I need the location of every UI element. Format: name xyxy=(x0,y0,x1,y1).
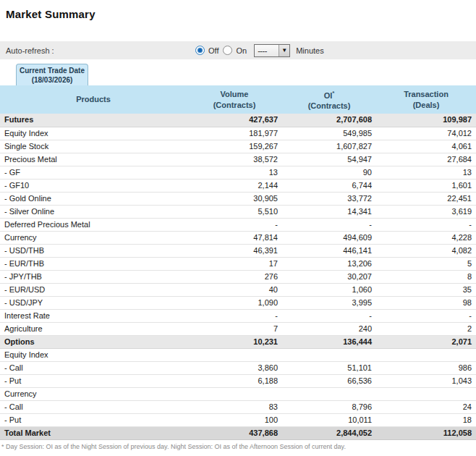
volume-cell: 100 xyxy=(187,413,282,426)
tab-current-trade-date[interactable]: Current Trade Date (18/03/2026) xyxy=(16,64,88,85)
auto-refresh-off-option[interactable]: Off xyxy=(195,46,218,55)
oi-cell: 549,985 xyxy=(282,127,376,140)
product-cell: - EUR/THB xyxy=(0,257,187,270)
oi-cell: 10,011 xyxy=(282,413,376,426)
oi-cell: - xyxy=(282,309,376,322)
volume-cell: - xyxy=(187,309,282,322)
chevron-down-icon: ▼ xyxy=(279,45,289,56)
table-row: Equity Index 181,977 549,985 74,012 xyxy=(0,127,476,140)
transaction-cell: 98 xyxy=(376,296,476,309)
table-row: Currency xyxy=(0,387,476,400)
market-summary-table: Products Volume (Contracts) OI* (Contrac… xyxy=(0,85,476,440)
table-row: - Put 100 10,011 18 xyxy=(0,413,476,426)
oi-cell: 66,536 xyxy=(282,374,376,387)
product-cell: Futures xyxy=(0,114,187,127)
volume-cell: 276 xyxy=(187,270,282,283)
oi-cell: 494,609 xyxy=(282,231,376,244)
table-row: - USD/JPY 1,090 3,995 98 xyxy=(0,296,476,309)
table-row: Equity Index xyxy=(0,348,476,361)
product-cell: Currency xyxy=(0,231,187,244)
product-cell: - Silver Online xyxy=(0,205,187,218)
transaction-cell: 4,228 xyxy=(376,231,476,244)
product-cell: - Put xyxy=(0,413,187,426)
column-header-volume: Volume (Contracts) xyxy=(187,85,282,114)
table-row: Single Stock 159,267 1,607,827 4,061 xyxy=(0,140,476,153)
volume-cell: 1,090 xyxy=(187,296,282,309)
transaction-cell: - xyxy=(376,218,476,231)
product-cell: - Put xyxy=(0,374,187,387)
transaction-cell: 4,082 xyxy=(376,244,476,257)
tab-label-line1: Current Trade Date xyxy=(17,66,88,75)
oi-cell xyxy=(282,387,376,400)
transaction-cell xyxy=(376,348,476,361)
transaction-cell: - xyxy=(376,309,476,322)
transaction-cell: 1,601 xyxy=(376,179,476,192)
product-cell: - Gold Online xyxy=(0,192,187,205)
table-row: - GF10 2,144 6,744 1,601 xyxy=(0,179,476,192)
radio-off-icon[interactable] xyxy=(195,46,205,55)
product-cell: Interest Rate xyxy=(0,309,187,322)
product-cell: Options xyxy=(0,335,187,348)
oi-cell: 54,947 xyxy=(282,153,376,166)
oi-cell: 3,995 xyxy=(282,296,376,309)
transaction-cell: 18 xyxy=(376,413,476,426)
volume-cell: 2,144 xyxy=(187,179,282,192)
product-cell: - USD/JPY xyxy=(0,296,187,309)
table-row: Agriculture 7 240 2 xyxy=(0,322,476,335)
volume-cell: 13 xyxy=(187,166,282,179)
table-row: - EUR/THB 17 13,206 5 xyxy=(0,257,476,270)
oi-cell: 8,796 xyxy=(282,400,376,413)
oi-cell: 1,607,827 xyxy=(282,140,376,153)
column-header-oi: OI* (Contracts) xyxy=(282,85,376,114)
oi-cell: 33,772 xyxy=(282,192,376,205)
product-cell: Precious Metal xyxy=(0,153,187,166)
oi-cell: 2,707,608 xyxy=(282,114,376,127)
transaction-cell: 13 xyxy=(376,166,476,179)
transaction-cell: 3,619 xyxy=(376,205,476,218)
table-row: - Gold Online 30,905 33,772 22,451 xyxy=(0,192,476,205)
minutes-select[interactable]: ---- ▼ xyxy=(254,44,290,57)
radio-off-label: Off xyxy=(208,46,218,55)
oi-cell: 51,101 xyxy=(282,361,376,374)
volume-cell xyxy=(187,348,282,361)
column-header-transaction: Transaction (Deals) xyxy=(376,85,476,114)
auto-refresh-on-option[interactable]: On xyxy=(223,46,247,55)
product-cell: - GF10 xyxy=(0,179,187,192)
radio-on-icon[interactable] xyxy=(223,46,232,55)
transaction-cell: 35 xyxy=(376,283,476,296)
table-row: Total Market 437,868 2,844,052 112,058 xyxy=(0,426,476,439)
volume-cell: 40 xyxy=(187,283,282,296)
oi-cell: 30,207 xyxy=(282,270,376,283)
volume-cell: 427,637 xyxy=(187,114,282,127)
product-cell: - USD/THB xyxy=(0,244,187,257)
product-cell: Total Market xyxy=(0,426,187,439)
transaction-cell: 24 xyxy=(376,400,476,413)
table-row: Currency 47,814 494,609 4,228 xyxy=(0,231,476,244)
table-row: Deferred Precious Metal - - - xyxy=(0,218,476,231)
product-cell: Equity Index xyxy=(0,348,187,361)
volume-cell: 181,977 xyxy=(187,127,282,140)
transaction-cell: 1,043 xyxy=(376,374,476,387)
volume-cell: 17 xyxy=(187,257,282,270)
table-row: - GF 13 90 13 xyxy=(0,166,476,179)
oi-cell: 446,141 xyxy=(282,244,376,257)
column-header-products: Products xyxy=(0,85,187,114)
table-row: - Put 6,188 66,536 1,043 xyxy=(0,374,476,387)
radio-on-label: On xyxy=(236,46,247,55)
volume-cell: 437,868 xyxy=(187,426,282,439)
transaction-cell xyxy=(376,387,476,400)
product-cell: - EUR/USD xyxy=(0,283,187,296)
page-title: Market Summary xyxy=(6,8,476,20)
volume-cell: 7 xyxy=(187,322,282,335)
minutes-label: Minutes xyxy=(296,46,324,55)
product-cell: Currency xyxy=(0,387,187,400)
volume-cell: 47,814 xyxy=(187,231,282,244)
volume-cell: - xyxy=(187,218,282,231)
oi-cell: 13,206 xyxy=(282,257,376,270)
volume-cell: 3,860 xyxy=(187,361,282,374)
oi-cell: - xyxy=(282,218,376,231)
table-row: - USD/THB 46,391 446,141 4,082 xyxy=(0,244,476,257)
table-row: - EUR/USD 40 1,060 35 xyxy=(0,283,476,296)
table-body: Futures 427,637 2,707,608 109,987 Equity… xyxy=(0,114,476,439)
product-cell: Equity Index xyxy=(0,127,187,140)
